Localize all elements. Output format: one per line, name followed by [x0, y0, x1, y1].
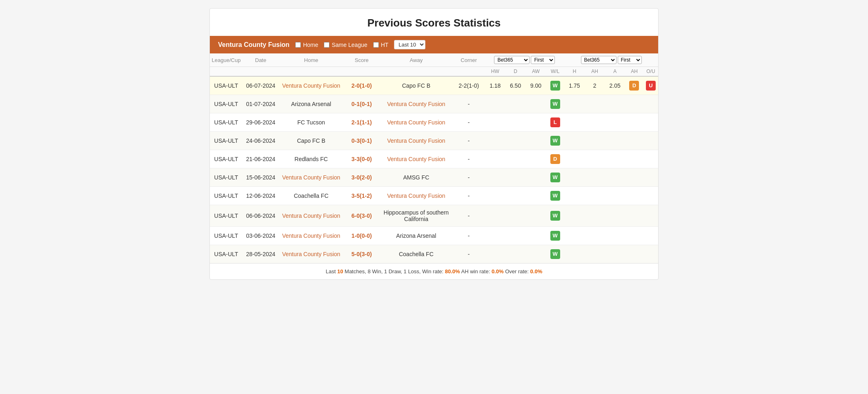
table-cell[interactable]: Ventura County Fusion	[380, 95, 452, 113]
wl-badge: W	[550, 99, 560, 109]
table-cell	[585, 205, 605, 227]
wl-cell: D	[546, 150, 564, 168]
table-cell: Coachella FC	[279, 187, 343, 205]
table-cell	[525, 95, 546, 113]
table-cell: USA-ULT	[210, 95, 243, 113]
table-cell	[505, 113, 526, 132]
table-cell[interactable]: Ventura County Fusion	[380, 113, 452, 132]
footer-over-prefix: Over rate:	[504, 268, 530, 274]
score-cell[interactable]: 1-0(0-0)	[343, 227, 380, 245]
table-cell: 1.75	[564, 76, 585, 95]
same-league-checkbox-label[interactable]: Same League	[324, 42, 367, 48]
wl-cell: W	[546, 168, 564, 187]
table-cell[interactable]: Ventura County Fusion	[380, 150, 452, 168]
bet-book-select-2[interactable]: Bet365 William Hill 1xBet	[581, 56, 617, 64]
col-header-d: D	[505, 67, 526, 77]
table-cell	[585, 245, 605, 263]
col-header-bet-group-1: Bet365 William Hill 1xBet First Asian	[485, 53, 564, 67]
table-cell: 15-06-2024	[243, 168, 279, 187]
table-cell: -	[453, 113, 485, 132]
table-cell: 12-06-2024	[243, 187, 279, 205]
score-cell[interactable]: 3-0(2-0)	[343, 168, 380, 187]
home-checkbox[interactable]	[295, 42, 301, 48]
table-cell: 2	[585, 76, 605, 95]
footer-count: 10	[337, 268, 343, 274]
table-cell[interactable]: Ventura County Fusion	[279, 76, 343, 95]
col-header-bet-group-2: Bet365 William Hill 1xBet First Asian	[564, 53, 658, 67]
table-cell: USA-ULT	[210, 205, 243, 227]
table-cell[interactable]: Ventura County Fusion	[380, 187, 452, 205]
col-header-league: League/Cup	[210, 53, 243, 67]
wl-cell: W	[546, 245, 564, 263]
bet-type-select-1[interactable]: First Asian	[531, 56, 555, 64]
table-cell[interactable]: Ventura County Fusion	[279, 245, 343, 263]
footer-win-rate: 80.0%	[445, 268, 460, 274]
wl-badge: W	[550, 136, 560, 146]
table-cell[interactable]: Ventura County Fusion	[279, 168, 343, 187]
score-cell[interactable]: 5-0(3-0)	[343, 245, 380, 263]
home-checkbox-label[interactable]: Home	[295, 42, 318, 48]
table-cell: Arizona Arsenal	[279, 95, 343, 113]
ah2-cell	[625, 205, 643, 227]
table-cell: 1.18	[485, 76, 505, 95]
wl-badge: W	[550, 249, 560, 259]
table-row: USA-ULT06-06-2024Ventura County Fusion6-…	[210, 205, 658, 227]
ht-checkbox[interactable]	[373, 42, 379, 48]
col-header-aw: AW	[525, 67, 546, 77]
table-cell	[605, 150, 625, 168]
table-cell	[605, 187, 625, 205]
table-cell	[605, 132, 625, 150]
table-cell	[564, 150, 585, 168]
table-cell	[505, 132, 526, 150]
score-cell[interactable]: 6-0(3-0)	[343, 205, 380, 227]
scores-table: League/Cup Date Home Score Away Corner B…	[210, 53, 658, 279]
table-cell: 06-06-2024	[243, 205, 279, 227]
wl-badge: W	[550, 81, 560, 91]
table-cell	[525, 245, 546, 263]
table-cell[interactable]: Ventura County Fusion	[279, 205, 343, 227]
last-select[interactable]: Last 10 Last 20 Last 5	[394, 40, 425, 49]
score-cell[interactable]: 0-1(0-1)	[343, 95, 380, 113]
same-league-checkbox[interactable]	[324, 42, 329, 48]
col-header-wl: W/L	[546, 67, 564, 77]
bet-book-select-1[interactable]: Bet365 William Hill 1xBet	[494, 56, 530, 64]
table-cell: FC Tucson	[279, 113, 343, 132]
col-header-a: A	[605, 67, 625, 77]
score-cell[interactable]: 2-0(1-0)	[343, 76, 380, 95]
table-cell	[564, 227, 585, 245]
ou-cell	[643, 245, 658, 263]
table-header-selectors: League/Cup Date Home Score Away Corner B…	[210, 53, 658, 67]
table-cell	[485, 187, 505, 205]
score-cell[interactable]: 3-5(1-2)	[343, 187, 380, 205]
table-cell	[505, 187, 526, 205]
table-cell: USA-ULT	[210, 113, 243, 132]
table-cell	[605, 205, 625, 227]
ht-checkbox-label[interactable]: HT	[373, 42, 389, 48]
table-cell: USA-ULT	[210, 150, 243, 168]
table-body: USA-ULT06-07-2024Ventura County Fusion2-…	[210, 76, 658, 263]
bet-type-select-2[interactable]: First Asian	[618, 56, 642, 64]
table-cell	[585, 113, 605, 132]
table-row: USA-ULT06-07-2024Ventura County Fusion2-…	[210, 76, 658, 95]
wl-badge: W	[550, 231, 560, 241]
ou-cell	[643, 150, 658, 168]
table-cell	[505, 150, 526, 168]
table-row: USA-ULT15-06-2024Ventura County Fusion3-…	[210, 168, 658, 187]
table-cell: Capo FC B	[380, 76, 452, 95]
table-cell: 28-05-2024	[243, 245, 279, 263]
wl-cell: W	[546, 227, 564, 245]
ht-label: HT	[381, 42, 389, 48]
score-cell[interactable]: 3-3(0-0)	[343, 150, 380, 168]
table-cell	[505, 227, 526, 245]
score-cell[interactable]: 2-1(1-1)	[343, 113, 380, 132]
score-cell[interactable]: 0-3(0-1)	[343, 132, 380, 150]
table-cell: -	[453, 227, 485, 245]
col-header-home: Home	[279, 53, 343, 67]
table-cell	[485, 95, 505, 113]
table-cell	[605, 113, 625, 132]
table-cell: -	[453, 187, 485, 205]
table-cell[interactable]: Ventura County Fusion	[279, 227, 343, 245]
table-cell: 29-06-2024	[243, 113, 279, 132]
table-cell: USA-ULT	[210, 76, 243, 95]
table-cell[interactable]: Ventura County Fusion	[380, 132, 452, 150]
